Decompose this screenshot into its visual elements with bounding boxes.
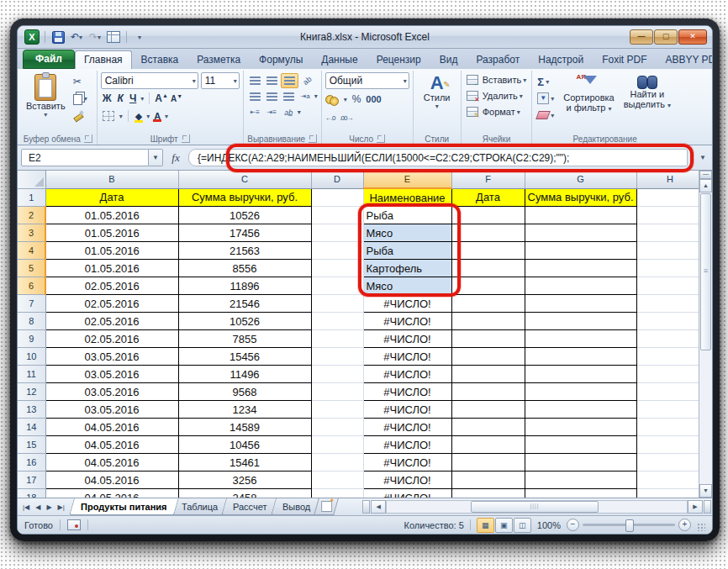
- row-header-18[interactable]: 18: [18, 489, 45, 498]
- row-header-12[interactable]: 12: [18, 383, 45, 401]
- cell-H10[interactable]: [636, 348, 704, 366]
- select-all-corner[interactable]: [18, 171, 45, 188]
- increase-decimal-button[interactable]: ←.0: [325, 114, 335, 122]
- align-top-button[interactable]: [247, 74, 263, 87]
- cell-G9[interactable]: [525, 330, 636, 348]
- cell-B5[interactable]: 01.05.2016: [45, 260, 178, 277]
- cell-H12[interactable]: [636, 383, 704, 401]
- cell-E16[interactable]: #ЧИСЛО!: [363, 454, 451, 472]
- dialog-launcher-icon[interactable]: [84, 134, 92, 143]
- cell-G12[interactable]: [525, 383, 636, 401]
- cut-button[interactable]: ✂: [71, 74, 93, 89]
- cell-E4[interactable]: Рыба: [363, 242, 451, 260]
- cell-F4[interactable]: [451, 242, 525, 260]
- accounting-format-icon[interactable]: [325, 94, 339, 104]
- cell-H5[interactable]: [636, 260, 704, 277]
- cell-E17[interactable]: #ЧИСЛО!: [363, 472, 451, 489]
- cell-E8[interactable]: #ЧИСЛО!: [363, 313, 451, 330]
- grow-font-button[interactable]: А▲: [155, 92, 168, 104]
- comma-style-button[interactable]: 000: [366, 94, 381, 104]
- cell-D11[interactable]: [311, 366, 363, 383]
- cell-B11[interactable]: 03.05.2016: [45, 366, 178, 383]
- cell-D12[interactable]: [311, 383, 363, 401]
- cell-B12[interactable]: 03.05.2016: [45, 383, 178, 401]
- ribbon-tab-3[interactable]: Разметка: [187, 50, 250, 69]
- cell-C3[interactable]: 17456: [178, 224, 311, 242]
- cell-G6[interactable]: [525, 277, 636, 295]
- cell-B18[interactable]: 04.05.2016: [45, 489, 178, 498]
- zoom-slider-thumb[interactable]: [625, 519, 634, 532]
- row-header-2[interactable]: 2: [18, 207, 45, 224]
- cell-G18[interactable]: [525, 489, 636, 498]
- ribbon-tab-file[interactable]: Файл: [23, 50, 75, 69]
- cell-D1[interactable]: [311, 188, 363, 207]
- align-bottom-button[interactable]: [281, 73, 298, 88]
- align-center-button[interactable]: [264, 90, 280, 103]
- column-header-B[interactable]: B: [45, 171, 178, 188]
- horizontal-scroll-track[interactable]: [386, 500, 688, 514]
- styles-button[interactable]: А Стили ▾: [417, 72, 457, 112]
- cell-H14[interactable]: [636, 419, 704, 436]
- restore-button[interactable]: ▢: [654, 29, 678, 45]
- scroll-right-arrow[interactable]: ▶: [688, 500, 703, 514]
- cell-B13[interactable]: 03.05.2016: [45, 401, 178, 419]
- row-header-5[interactable]: 5: [18, 260, 45, 277]
- first-sheet-button[interactable]: |◀: [20, 503, 32, 512]
- merge-center-button[interactable]: ⇥a: [298, 90, 314, 103]
- excel-logo-icon[interactable]: X: [24, 29, 40, 45]
- cell-E12[interactable]: #ЧИСЛО!: [363, 383, 451, 401]
- cell-B1[interactable]: Дата: [45, 188, 178, 207]
- cell-H16[interactable]: [636, 454, 704, 472]
- vertical-scroll-thumb[interactable]: [700, 193, 711, 350]
- cell-E7[interactable]: #ЧИСЛО!: [363, 295, 451, 313]
- cell-C13[interactable]: 1234: [178, 401, 311, 419]
- shrink-font-button[interactable]: А▼: [171, 93, 182, 103]
- ribbon-tab-8[interactable]: Разработ: [467, 50, 529, 69]
- zoom-level[interactable]: 100%: [537, 520, 561, 530]
- custom-qat-button[interactable]: [106, 29, 121, 45]
- cell-C12[interactable]: 9568: [178, 383, 311, 401]
- page-layout-view-button[interactable]: ▣: [495, 518, 513, 533]
- cell-D18[interactable]: [311, 489, 363, 498]
- minimize-button[interactable]: —: [630, 29, 653, 45]
- row-header-3[interactable]: 3: [18, 224, 45, 242]
- sheet-tab-0[interactable]: Продукты питания: [69, 498, 178, 515]
- cell-C11[interactable]: 11496: [178, 366, 311, 383]
- cell-C9[interactable]: 7855: [178, 330, 311, 348]
- cell-D2[interactable]: [311, 207, 363, 224]
- cell-H8[interactable]: [636, 313, 704, 330]
- row-header-11[interactable]: 11: [18, 366, 45, 383]
- horizontal-scroll-thumb[interactable]: [471, 501, 599, 513]
- cell-H4[interactable]: [636, 242, 704, 260]
- cell-E6[interactable]: Мясо: [363, 277, 451, 295]
- cell-F10[interactable]: [451, 348, 525, 366]
- cell-E18[interactable]: #ЧИСЛО!: [363, 489, 451, 498]
- cell-H7[interactable]: [636, 295, 704, 313]
- font-name-combo[interactable]: Calibri▾: [101, 72, 198, 89]
- cell-B17[interactable]: 04.05.2016: [45, 472, 178, 489]
- cell-C17[interactable]: 3256: [178, 472, 311, 489]
- scroll-left-arrow[interactable]: ◀: [371, 500, 386, 514]
- column-header-C[interactable]: C: [178, 171, 311, 188]
- copy-button[interactable]: ▾: [71, 91, 93, 106]
- ribbon-tab-9[interactable]: Надстрой: [529, 50, 593, 69]
- cell-B4[interactable]: 01.05.2016: [45, 242, 178, 260]
- cell-H13[interactable]: [636, 401, 704, 419]
- cell-C10[interactable]: 15456: [178, 348, 311, 366]
- format-painter-button[interactable]: [71, 108, 93, 123]
- cell-F8[interactable]: [451, 313, 525, 330]
- cell-H15[interactable]: [636, 436, 704, 454]
- cell-B7[interactable]: 02.05.2016: [45, 295, 178, 313]
- cell-F14[interactable]: [451, 419, 525, 436]
- cell-F17[interactable]: [451, 472, 525, 489]
- cell-G15[interactable]: [525, 436, 636, 454]
- cell-E11[interactable]: #ЧИСЛО!: [363, 366, 451, 383]
- vertical-scroll-track[interactable]: [699, 351, 712, 484]
- cell-H3[interactable]: [636, 224, 704, 242]
- cell-B9[interactable]: 02.05.2016: [45, 330, 178, 348]
- cell-E14[interactable]: #ЧИСЛО!: [363, 419, 451, 436]
- row-header-7[interactable]: 7: [18, 295, 45, 313]
- cell-D3[interactable]: [311, 224, 363, 242]
- find-select-button[interactable]: Найти ивыделить ▾: [620, 72, 674, 113]
- cell-G3[interactable]: [525, 224, 636, 242]
